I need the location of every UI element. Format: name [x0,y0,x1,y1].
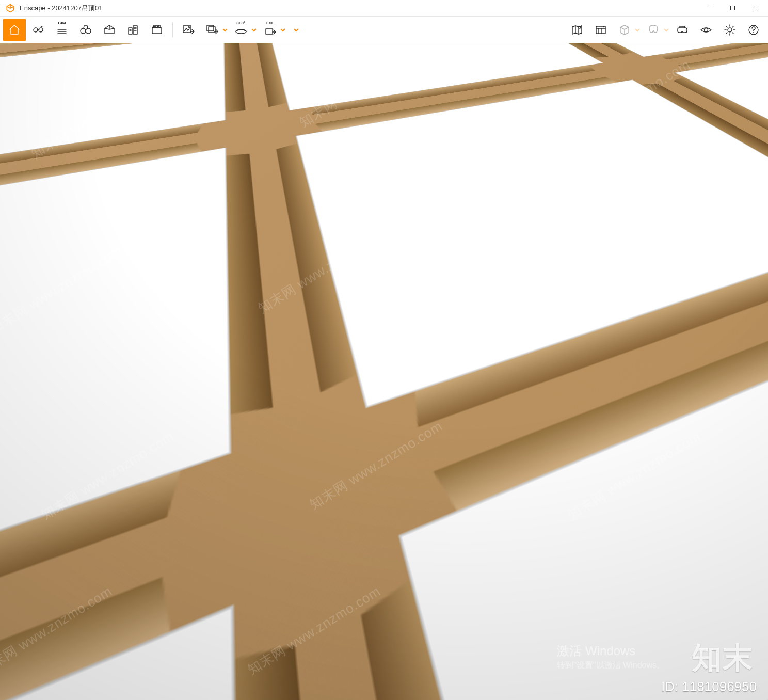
svg-point-6 [41,26,43,27]
bim-mode-button[interactable]: BIM [51,19,73,41]
enscape-app-icon [5,3,15,13]
view-cube-button[interactable] [613,19,636,41]
video-path-button[interactable] [146,19,168,41]
buildings-button[interactable] [122,19,145,41]
site-context-map-button[interactable] [566,19,588,41]
visual-settings-button[interactable] [695,19,717,41]
svg-point-37 [728,28,732,32]
cardboard-dropdown[interactable] [663,19,670,41]
svg-rect-1 [730,6,734,10]
cardboard-viewer-button[interactable] [642,19,665,41]
title-bar: Enscape - 20241207吊顶01 [0,0,768,17]
window-minimize-button[interactable] [697,0,721,17]
svg-point-22 [188,26,190,28]
export-image-button[interactable] [177,19,200,41]
svg-rect-26 [266,29,273,34]
view-cube-dropdown[interactable] [634,19,641,41]
home-button[interactable] [3,19,26,41]
svg-point-11 [86,28,91,34]
skylight-cell [268,43,603,110]
svg-point-39 [753,32,754,33]
skylight-cell [533,43,768,57]
svg-rect-19 [152,28,162,34]
ceiling-grid [0,43,768,114]
pano-label: 360° [236,21,245,25]
skylight-cell [0,43,226,201]
svg-point-34 [603,26,604,27]
toolbar-separator [172,22,173,38]
svg-point-29 [579,26,581,28]
skylight-cell [675,43,768,211]
coffer-grid [0,43,768,114]
binoculars-button[interactable] [74,19,97,41]
vr-headset-button[interactable] [671,19,694,41]
bim-label: BIM [58,21,66,25]
safe-frame-button[interactable] [98,19,121,41]
exe-label: EXE [266,21,275,25]
document-name: 20241207吊顶01 [52,4,102,12]
extra-dropdown[interactable] [293,19,300,41]
svg-point-36 [705,28,708,31]
help-button[interactable] [742,19,765,41]
render-viewport[interactable]: 知末网 www.znzmo.com 知末网 www.znzmo.com 知末网 … [0,43,768,700]
standalone-export-button[interactable]: EXE [259,19,281,41]
link-model-button[interactable] [27,19,50,41]
window-close-button[interactable] [744,0,768,17]
panorama-360-button[interactable]: 360° [230,19,252,41]
window-title: Enscape - 20241207吊顶01 [20,4,102,13]
window-maximize-button[interactable] [721,0,744,17]
svg-point-10 [81,28,86,34]
scene-3d [0,43,768,700]
asset-library-button[interactable] [589,19,612,41]
batch-render-button[interactable] [201,19,223,41]
app-window: Enscape - 20241207吊顶01 BIM [0,0,768,700]
main-toolbar: BIM 360° EX [0,17,768,43]
app-name: Enscape [20,4,46,12]
svg-rect-23 [207,25,214,31]
general-settings-button[interactable] [718,19,741,41]
